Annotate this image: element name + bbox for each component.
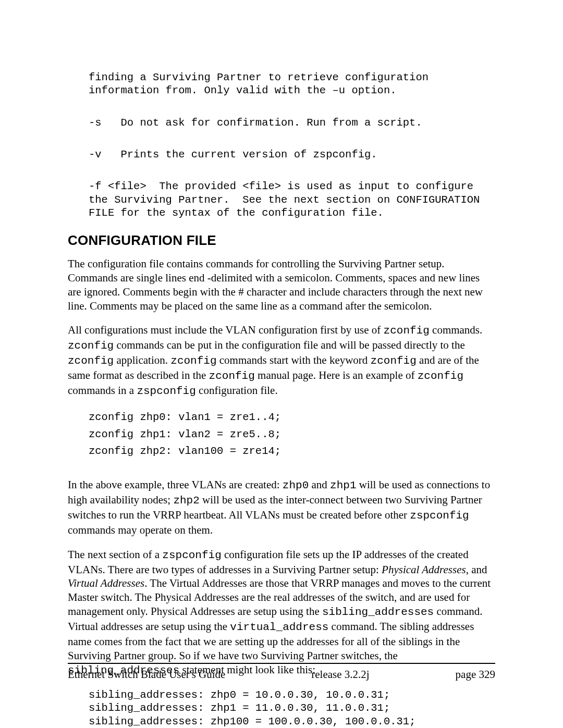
paragraph-2: All configurations must include the VLAN… — [68, 323, 495, 398]
code-inline: zspconfig — [162, 549, 221, 561]
code-inline: zhp2 — [173, 495, 199, 507]
page-footer: Ethernet Switch Blade User's Guide relea… — [68, 663, 495, 681]
opt-line: -s Do not ask for confirmation. Run from… — [89, 117, 422, 129]
emphasis: Virtual Addresses — [68, 577, 144, 589]
code-line: zconfig zhp0: vlan1 = zre1..4; — [89, 411, 281, 423]
text: and — [309, 478, 330, 491]
opt-line: -f <file> The provided <file> is used as… — [89, 180, 473, 192]
code-inline: virtual_address — [230, 621, 328, 633]
code-inline: zconfig — [384, 325, 430, 337]
code-inline: sibling_addresses — [322, 606, 434, 618]
section-heading: CONFIGURATION FILE — [68, 232, 495, 249]
code-inline: zspconfig — [410, 510, 469, 522]
opt-line: finding a Surviving Partner to retrieve … — [89, 71, 429, 83]
paragraph-1: The configuration file contains commands… — [68, 257, 495, 313]
footer-page-number: page 329 — [456, 668, 495, 681]
code-inline: zconfig — [170, 355, 216, 367]
opt-line: information from. Only valid with the –u… — [89, 84, 397, 96]
paragraph-4: The next section of a zspconfig configur… — [68, 548, 495, 678]
text: configuration file. — [196, 384, 278, 397]
code-block-zconfig: zconfig zhp0: vlan1 = zre1..4; zconfig z… — [89, 409, 495, 460]
text: commands. — [430, 324, 482, 336]
text: The next section of a — [68, 548, 162, 561]
emphasis: Physical Addresses — [382, 563, 466, 576]
code-inline: zconfig — [371, 355, 417, 367]
code-inline: zhp0 — [283, 479, 309, 491]
text: commands start with the keyword — [217, 354, 371, 366]
code-inline: zconfig — [68, 355, 114, 367]
code-line: sibling_addresses: zhp100 = 100.0.0.30, … — [89, 715, 415, 727]
paragraph-3: In the above example, three VLANs are cr… — [68, 478, 495, 537]
code-inline: zconfig — [418, 370, 463, 382]
document-page: finding a Surviving Partner to retrieve … — [0, 0, 563, 728]
footer-release: release 3.2.2j — [311, 668, 369, 681]
code-line: zconfig zhp1: vlan2 = zre5..8; — [89, 428, 281, 440]
options-block: finding a Surviving Partner to retrieve … — [89, 57, 495, 220]
code-inline: zconfig — [68, 340, 114, 352]
opt-line: FILE for the syntax of the configuration… — [89, 207, 384, 219]
code-inline: zhp1 — [330, 479, 356, 491]
code-block-sibling: sibling_addresses: zhp0 = 10.0.0.30, 10.… — [89, 688, 495, 728]
text: commands can be put in the configuration… — [114, 339, 465, 351]
text: commands in a — [68, 384, 137, 397]
code-inline: zconfig — [209, 370, 255, 382]
code-line: sibling_addresses: zhp0 = 10.0.0.30, 10.… — [89, 689, 390, 701]
text: , and — [466, 563, 487, 576]
text: In the above example, three VLANs are cr… — [68, 478, 283, 491]
code-inline: zspconfig — [137, 385, 195, 397]
text: commands may operate on them. — [68, 524, 213, 536]
opt-line: the Surviving Partner. See the next sect… — [89, 194, 480, 206]
footer-doc-title: Ethernet Switch Blade User's Guide — [68, 668, 225, 681]
text: manual page. Here is an example of — [255, 369, 418, 381]
opt-line: -v Prints the current version of zspconf… — [89, 149, 377, 161]
code-line: sibling_addresses: zhp1 = 11.0.0.30, 11.… — [89, 702, 390, 714]
text: All configurations must include the VLAN… — [68, 324, 384, 336]
code-line: zconfig zhp2: vlan100 = zre14; — [89, 445, 281, 457]
footer-line: Ethernet Switch Blade User's Guide relea… — [68, 664, 495, 681]
text: application. — [114, 354, 170, 366]
